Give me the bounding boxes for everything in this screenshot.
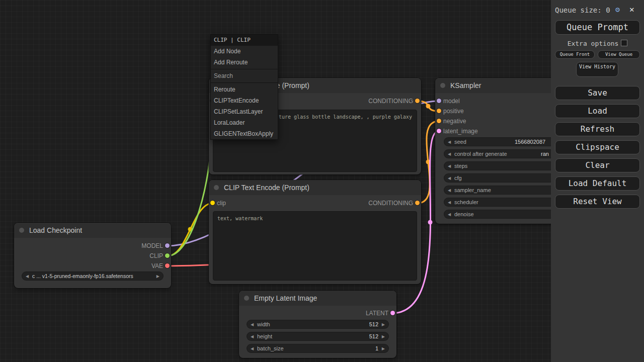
menu-item-cliptextencode[interactable]: CLIPTextEncode — [211, 95, 278, 106]
slot-row: MODEL — [14, 241, 171, 251]
queue-prompt-button[interactable]: Queue Prompt — [555, 20, 640, 35]
menu-item-loraloader[interactable]: LoraLoader — [211, 117, 278, 128]
clip-output-slot[interactable] — [165, 253, 170, 258]
slot-row: LATENT — [239, 308, 396, 318]
context-menu: CLIP | CLIP Add Node Add Reroute Search … — [210, 34, 278, 140]
widget-label: denoise — [454, 211, 474, 217]
menu-item-gligentextboxapply[interactable]: GLIGENTextBoxApply — [211, 128, 278, 139]
widget-label: control after generate — [454, 151, 507, 157]
collapse-dot-icon[interactable] — [19, 228, 24, 233]
node-title-bar[interactable]: Empty Latent Image — [239, 291, 396, 306]
close-sidebar-icon[interactable]: ✕ — [629, 5, 634, 14]
prev-arrow-icon[interactable]: ◀ — [26, 274, 29, 279]
widget-value: c ... v1-5-pruned-emaonly-fp16.safetenso… — [32, 273, 133, 279]
slot-label: VAE — [151, 262, 163, 269]
node-title-bar[interactable]: CLIP Text Encode (Prompt) — [209, 180, 421, 195]
decrement-arrow-icon[interactable]: ◀ — [448, 140, 451, 144]
save-button[interactable]: Save — [555, 86, 640, 100]
slot-label: clip — [217, 200, 226, 207]
increment-arrow-icon[interactable]: ▶ — [382, 334, 385, 339]
load-default-button[interactable]: Load Default — [555, 176, 640, 191]
model-input-slot[interactable] — [437, 99, 441, 103]
height-widget[interactable]: ◀ height 512 ▶ — [247, 332, 388, 340]
increment-arrow-icon[interactable]: ▶ — [382, 346, 385, 351]
widget-value: 512 — [369, 321, 378, 327]
clear-button[interactable]: Clear — [555, 158, 640, 172]
slot-label: CONDITIONING — [368, 200, 413, 207]
widget-value: 1566802087 — [515, 139, 545, 145]
wire-positive-middot — [426, 104, 431, 109]
menu-separator — [211, 81, 278, 84]
menu-search-filter[interactable]: Search — [211, 70, 278, 81]
collapse-dot-icon[interactable] — [214, 185, 219, 190]
prev-arrow-icon[interactable]: ◀ — [448, 188, 451, 193]
decrement-arrow-icon[interactable]: ◀ — [251, 346, 254, 351]
view-history-button[interactable]: View History — [576, 62, 618, 77]
widget-label: batch_size — [257, 345, 284, 351]
extra-options-label: Extra options — [568, 40, 619, 47]
context-menu-title: CLIP | CLIP — [211, 35, 278, 46]
node-title: Empty Latent Image — [254, 294, 317, 302]
widget-value: ran — [541, 151, 549, 157]
batch-size-widget[interactable]: ◀ batch_size 1 ▶ — [247, 344, 388, 352]
slot-label: positive — [443, 108, 464, 115]
prev-arrow-icon[interactable]: ◀ — [448, 200, 451, 205]
widget-label: sampler_name — [454, 187, 491, 193]
slot-row: clip CONDITIONING — [209, 198, 421, 208]
menu-item-reroute[interactable]: Reroute — [211, 84, 278, 95]
widget-value: 512 — [369, 333, 378, 339]
node-graph-canvas[interactable]: Load Checkpoint MODEL CLIP VAE ◀ c ... v… — [0, 0, 644, 362]
decrement-arrow-icon[interactable]: ◀ — [448, 176, 451, 180]
slot-row: CLIP — [14, 251, 171, 261]
conditioning-output-slot[interactable] — [415, 201, 420, 205]
model-output-slot[interactable] — [165, 243, 170, 248]
negative-input-slot[interactable] — [437, 119, 441, 123]
slot-label: CONDITIONING — [368, 98, 413, 105]
width-widget[interactable]: ◀ width 512 ▶ — [247, 320, 388, 328]
clipspace-button[interactable]: Clipspace — [555, 140, 640, 154]
decrement-arrow-icon[interactable]: ◀ — [448, 152, 451, 156]
positive-input-slot[interactable] — [437, 109, 441, 113]
reset-view-button[interactable]: Reset View — [555, 195, 640, 209]
settings-gear-icon[interactable]: ⚙ — [615, 5, 620, 14]
clip-input-slot[interactable] — [210, 201, 215, 205]
slot-label: model — [443, 98, 460, 105]
next-arrow-icon[interactable]: ▶ — [156, 274, 159, 279]
refresh-button[interactable]: Refresh — [555, 122, 640, 136]
menu-item-add-reroute[interactable]: Add Reroute — [211, 57, 278, 68]
menu-item-add-node[interactable]: Add Node — [211, 46, 278, 57]
decrement-arrow-icon[interactable]: ◀ — [251, 334, 254, 339]
increment-arrow-icon[interactable]: ▶ — [382, 322, 385, 327]
decrement-arrow-icon[interactable]: ◀ — [448, 164, 451, 168]
decrement-arrow-icon[interactable]: ◀ — [251, 322, 254, 327]
latent-image-input-slot[interactable] — [437, 129, 441, 133]
queue-front-button[interactable]: Queue Front — [555, 50, 595, 59]
collapse-dot-icon[interactable] — [440, 83, 445, 88]
latent-output-slot[interactable] — [390, 311, 395, 315]
node-load-checkpoint[interactable]: Load Checkpoint MODEL CLIP VAE ◀ c ... v… — [14, 223, 171, 288]
queue-size-label: Queue size: 0 — [555, 6, 610, 14]
negative-prompt-textarea[interactable]: text, watermark — [213, 211, 417, 281]
load-button[interactable]: Load — [555, 104, 640, 118]
prompt-text: text, watermark — [217, 216, 263, 221]
slot-label: negative — [443, 118, 466, 125]
decrement-arrow-icon[interactable]: ◀ — [448, 212, 451, 217]
conditioning-output-slot[interactable] — [415, 99, 420, 103]
ckpt-name-widget[interactable]: ◀ c ... v1-5-pruned-emaonly-fp16.safeten… — [22, 272, 163, 280]
vae-output-slot[interactable] — [165, 263, 170, 268]
wire-latent-middot — [428, 220, 433, 225]
menu-item-clipsetlastlayer[interactable]: CLIPSetLastLayer — [211, 106, 278, 117]
widget-label: height — [257, 333, 272, 339]
view-queue-button[interactable]: View Queue — [598, 50, 640, 59]
collapse-dot-icon[interactable] — [244, 296, 249, 301]
node-empty-latent-image[interactable]: Empty Latent Image LATENT ◀ width 512 ▶ … — [239, 291, 396, 358]
node-title-bar[interactable]: Load Checkpoint — [14, 223, 171, 238]
node-clip-text-encode-2[interactable]: CLIP Text Encode (Prompt) clip CONDITION… — [209, 180, 421, 284]
menu-separator — [211, 68, 278, 70]
widget-label: seed — [454, 139, 466, 145]
extra-options-checkbox[interactable] — [621, 40, 627, 46]
widget-label: cfg — [454, 175, 462, 181]
queue-sidebar: Queue size: 0 ⚙ ✕ Queue Prompt Extra opt… — [551, 0, 644, 362]
prompt-text: ture glass bottle landscape, , purple ga… — [279, 114, 412, 120]
slot-label: latent_image — [443, 128, 478, 135]
